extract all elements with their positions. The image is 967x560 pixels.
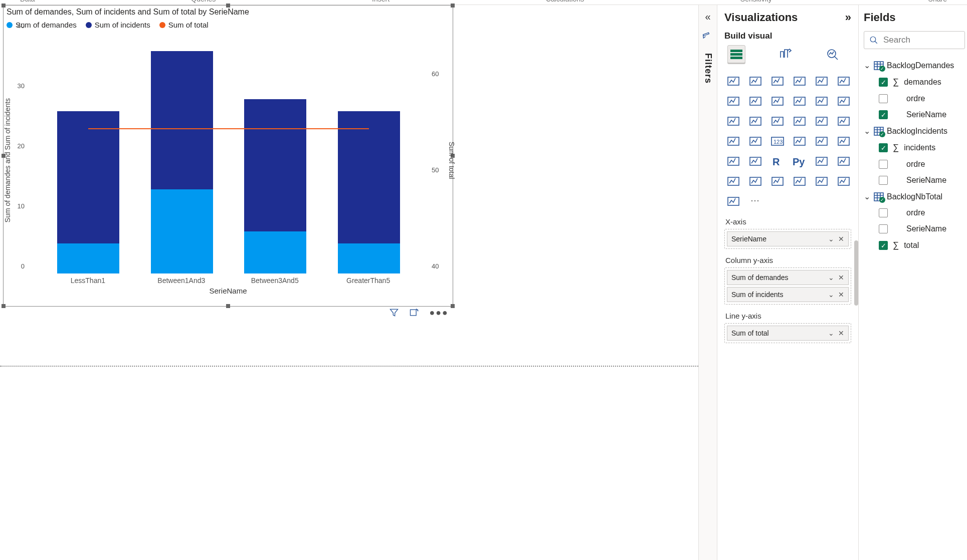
field-ordre[interactable]: ordre xyxy=(864,91,967,107)
viztype-more-visuals[interactable]: ⋯ xyxy=(746,193,764,209)
remove-icon[interactable]: ✕ xyxy=(838,273,844,282)
chevron-down-icon[interactable]: ⌄ xyxy=(828,235,834,243)
expand-pane-icon[interactable]: » xyxy=(845,11,851,24)
filters-rail[interactable]: « Filters xyxy=(698,5,717,560)
filter-icon[interactable] xyxy=(389,308,399,320)
viztype-metrics[interactable] xyxy=(791,173,809,189)
chevron-down-icon[interactable]: ⌄ xyxy=(828,291,834,299)
bookmark-icon[interactable] xyxy=(701,30,714,45)
field-ordre[interactable]: ordre xyxy=(864,156,967,172)
build-tab-fields[interactable] xyxy=(727,45,745,63)
viztype-key-influencers[interactable] xyxy=(813,153,831,169)
viztype-treemap[interactable] xyxy=(813,113,831,129)
viztype-power-automate[interactable] xyxy=(724,193,742,209)
column-y-well[interactable]: Sum of demandes ⌄✕ Sum of incidents ⌄✕ xyxy=(724,267,851,305)
field-total[interactable]: ✓∑total xyxy=(864,237,967,254)
field-seriename[interactable]: ✓SerieName xyxy=(864,107,967,123)
viztype-100-stacked-bar[interactable] xyxy=(813,73,831,89)
remove-icon[interactable]: ✕ xyxy=(838,235,844,243)
checkbox[interactable] xyxy=(879,208,888,217)
viztype-ribbon[interactable] xyxy=(813,93,831,109)
viztype-pie[interactable] xyxy=(768,113,787,129)
viztype-kpi[interactable] xyxy=(813,133,831,149)
well-item-sum-demandes[interactable]: Sum of demandes ⌄✕ xyxy=(727,270,849,285)
bar-demandes[interactable] xyxy=(151,189,213,273)
resize-handle[interactable] xyxy=(2,4,6,8)
viztype-map[interactable] xyxy=(835,113,853,129)
bar-incidents[interactable] xyxy=(338,111,400,243)
remove-icon[interactable]: ✕ xyxy=(838,291,844,299)
bar-demandes[interactable] xyxy=(57,243,119,273)
field-demandes[interactable]: ✓∑demandes xyxy=(864,74,967,91)
bar-demandes[interactable] xyxy=(338,243,400,273)
resize-handle[interactable] xyxy=(451,4,455,8)
bar-incidents[interactable] xyxy=(151,51,213,189)
more-options-icon[interactable]: ●●● xyxy=(429,308,449,320)
resize-handle[interactable] xyxy=(451,304,455,308)
checkbox[interactable] xyxy=(879,94,888,103)
checkbox[interactable] xyxy=(879,176,888,185)
field-ordre[interactable]: ordre xyxy=(864,205,967,221)
viztype-clustered-column[interactable] xyxy=(746,73,764,89)
viztype-waterfall[interactable] xyxy=(835,93,853,109)
viztype-smart-narrative[interactable] xyxy=(746,173,764,189)
checkbox[interactable]: ✓ xyxy=(879,110,888,119)
remove-icon[interactable]: ✕ xyxy=(838,329,844,337)
viztype-matrix[interactable] xyxy=(746,153,764,169)
well-item-sum-incidents[interactable]: Sum of incidents ⌄✕ xyxy=(727,287,849,302)
viztype-qna[interactable] xyxy=(724,173,742,189)
field-incidents[interactable]: ✓∑incidents xyxy=(864,139,967,156)
collapse-filters-icon[interactable]: « xyxy=(705,11,710,23)
field-seriename[interactable]: SerieName xyxy=(864,172,967,188)
viztype-stacked-area[interactable] xyxy=(768,93,787,109)
checkbox[interactable]: ✓ xyxy=(879,143,888,152)
viztype-paginated[interactable] xyxy=(768,173,787,189)
viztype-donut[interactable] xyxy=(791,113,809,129)
chevron-down-icon[interactable]: ⌄ xyxy=(828,273,834,282)
checkbox[interactable]: ✓ xyxy=(879,78,888,87)
build-tab-analytics[interactable] xyxy=(824,45,842,63)
checkbox[interactable]: ✓ xyxy=(879,241,888,250)
viztype-clustered-bar[interactable] xyxy=(791,73,809,89)
resize-handle[interactable] xyxy=(226,304,230,308)
viztype-combo[interactable] xyxy=(791,93,809,109)
xaxis-well[interactable]: SerieName ⌄✕ xyxy=(724,229,851,249)
chart-visual[interactable]: Sum of demandes, Sum of incidents and Su… xyxy=(3,5,453,307)
field-seriename[interactable]: SerieName xyxy=(864,221,967,237)
viztype-filled-map[interactable] xyxy=(724,133,742,149)
viztype-python-visual[interactable]: Py xyxy=(791,153,809,169)
build-tab-format[interactable] xyxy=(776,45,794,63)
viztype-funnel[interactable] xyxy=(724,113,742,129)
viztype-r-visual[interactable]: R xyxy=(768,153,787,169)
resize-handle[interactable] xyxy=(2,304,6,308)
scrollbar[interactable] xyxy=(854,240,858,306)
bar-incidents[interactable] xyxy=(244,99,306,231)
table-backlognbtotal[interactable]: ⌄✓BacklogNbTotal xyxy=(864,188,967,205)
viztype-stacked-bar[interactable] xyxy=(724,73,742,89)
checkbox[interactable] xyxy=(879,160,888,169)
viztype-slicer[interactable] xyxy=(835,133,853,149)
chevron-down-icon[interactable]: ⌄ xyxy=(828,329,834,337)
well-item-sum-total[interactable]: Sum of total ⌄✕ xyxy=(727,326,849,341)
table-backlogincidents[interactable]: ⌄✓BacklogIncidents xyxy=(864,123,967,139)
viztype-decomposition[interactable] xyxy=(835,153,853,169)
line-total[interactable] xyxy=(88,128,368,129)
search-input[interactable]: Search xyxy=(864,31,965,49)
viztype-gauge[interactable] xyxy=(746,133,764,149)
table-backlogdemandes[interactable]: ⌄✓BacklogDemandes xyxy=(864,57,967,74)
viztype-app[interactable] xyxy=(813,173,831,189)
well-item-seriename[interactable]: SerieName ⌄✕ xyxy=(727,231,849,246)
viztype-power-apps[interactable] xyxy=(835,173,853,189)
viztype-scatter[interactable] xyxy=(746,113,764,129)
line-y-well[interactable]: Sum of total ⌄✕ xyxy=(724,323,851,343)
viztype-stacked-column[interactable] xyxy=(768,73,787,89)
bar-demandes[interactable] xyxy=(244,231,306,273)
viztype-100-stacked-column[interactable] xyxy=(835,73,853,89)
viztype-line[interactable] xyxy=(724,93,742,109)
viztype-area[interactable] xyxy=(746,93,764,109)
viztype-table[interactable] xyxy=(724,153,742,169)
resize-handle[interactable] xyxy=(226,4,230,8)
viztype-card[interactable]: 123 xyxy=(768,133,787,149)
bar-incidents[interactable] xyxy=(57,111,119,243)
focus-mode-icon[interactable] xyxy=(409,308,419,320)
